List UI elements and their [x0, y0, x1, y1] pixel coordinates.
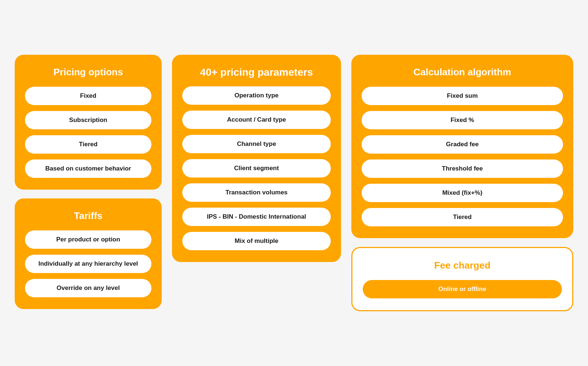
fee-charged-card: Fee charged Online or offline	[351, 247, 573, 311]
param-client-segment: Client segment	[182, 159, 331, 177]
tariff-per-product: Per product or option	[25, 230, 151, 249]
fee-charged-online-offline: Online or offline	[363, 280, 562, 298]
pricing-options-title: Pricing options	[53, 67, 123, 78]
tariff-individually: Individually at any hierarchy level	[25, 255, 151, 273]
main-container: Pricing options Fixed Subscription Tiere…	[15, 55, 573, 312]
pricing-options-card: Pricing options Fixed Subscription Tiere…	[15, 55, 162, 190]
algo-mixed: Mixed (fix+%)	[362, 184, 563, 202]
tariff-override: Override on any level	[25, 279, 151, 297]
right-column: Calculation algorithm Fixed sum Fixed % …	[351, 55, 573, 312]
param-card-type: Account / Card type	[182, 111, 331, 129]
pricing-option-tiered: Tiered	[25, 135, 151, 154]
algo-fixed-sum: Fixed sum	[362, 87, 563, 105]
tariffs-title: Tariffs	[74, 210, 103, 222]
algo-tiered: Tiered	[362, 208, 563, 226]
pricing-option-subscription: Subscription	[25, 111, 151, 129]
algo-threshold-fee: Threshold fee	[362, 159, 563, 178]
algo-graded-fee: Graded fee	[362, 135, 563, 154]
pricing-parameters-title: 40+ pricing parameters	[200, 67, 313, 78]
pricing-option-fixed: Fixed	[25, 87, 151, 105]
middle-column: 40+ pricing parameters Operation type Ac…	[172, 55, 341, 262]
algo-fixed-percent: Fixed %	[362, 111, 563, 129]
left-column: Pricing options Fixed Subscription Tiere…	[15, 55, 162, 309]
calculation-algorithm-title: Calculation algorithm	[413, 67, 511, 78]
pricing-option-behavior: Based on customer behavior	[25, 159, 151, 178]
param-ips-bin: IPS - BIN - Domestic International	[182, 208, 331, 226]
tariffs-card: Tariffs Per product or option Individual…	[15, 198, 162, 309]
param-transaction-volumes: Transaction volumes	[182, 183, 331, 202]
fee-charged-title: Fee charged	[434, 260, 490, 271]
calculation-algorithm-card: Calculation algorithm Fixed sum Fixed % …	[351, 55, 573, 238]
pricing-parameters-card: 40+ pricing parameters Operation type Ac…	[172, 55, 341, 262]
param-channel-type: Channel type	[182, 135, 331, 153]
param-operation-type: Operation type	[182, 86, 331, 105]
param-mix-multiple: Mix of multiple	[182, 232, 331, 250]
